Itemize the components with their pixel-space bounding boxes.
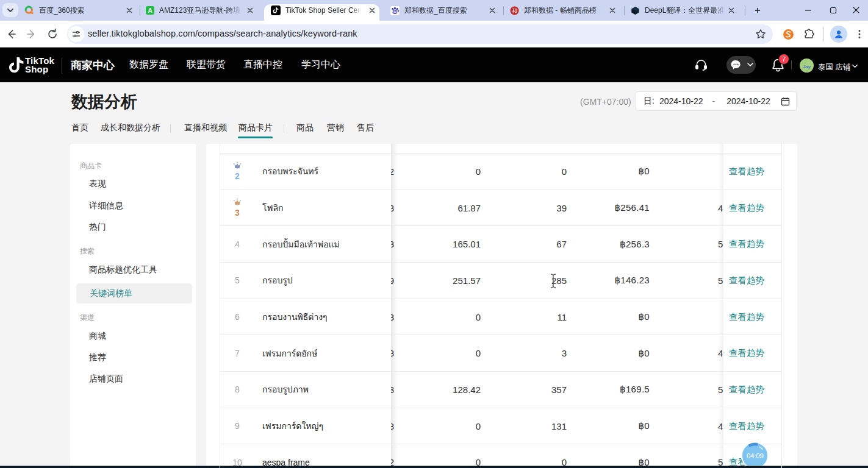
svg-text:du: du: [393, 10, 397, 13]
svg-text:04:09: 04:09: [747, 452, 764, 459]
svg-text:和: 和: [512, 7, 517, 13]
svg-text:Jay: Jay: [803, 64, 811, 69]
svg-text:A: A: [148, 7, 152, 14]
